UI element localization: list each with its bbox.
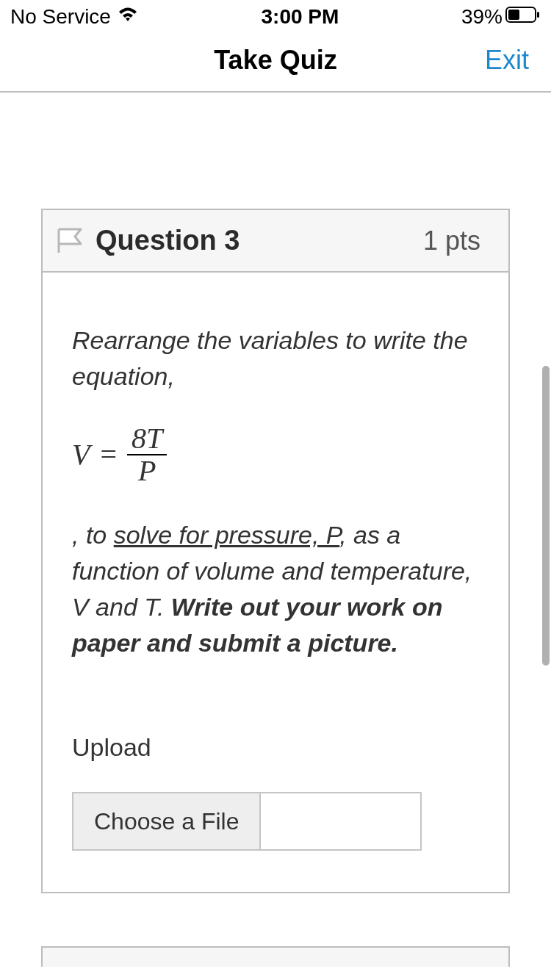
svg-rect-1 bbox=[508, 10, 519, 20]
scrollbar-thumb[interactable] bbox=[542, 366, 550, 666]
question-header-left: Question 3 bbox=[56, 225, 240, 256]
svg-rect-2 bbox=[537, 12, 539, 18]
upload-label: Upload bbox=[72, 729, 479, 765]
equation-denominator: P bbox=[134, 455, 160, 486]
wifi-icon bbox=[117, 5, 139, 29]
battery-text: 39% bbox=[461, 5, 503, 29]
exit-button[interactable]: Exit bbox=[485, 45, 529, 76]
status-bar: No Service 3:00 PM 39% bbox=[0, 0, 551, 29]
battery-icon bbox=[505, 5, 541, 29]
status-right: 39% bbox=[461, 5, 541, 29]
prompt-after: , to solve for pressure, P, as a functio… bbox=[72, 517, 479, 662]
equation-numerator: 8T bbox=[127, 423, 167, 454]
question-header: Question 3 1 pts bbox=[43, 210, 508, 273]
nav-bar: Take Quiz Exit bbox=[0, 29, 551, 93]
page-title: Take Quiz bbox=[214, 45, 336, 76]
prompt-after-1: , to bbox=[72, 521, 114, 549]
equation-lhs: V bbox=[72, 433, 90, 476]
service-text: No Service bbox=[10, 5, 111, 29]
equation: V = 8T P bbox=[72, 423, 479, 486]
question-label: Question 3 bbox=[96, 225, 240, 256]
status-left: No Service bbox=[10, 5, 139, 29]
question-body: Rearrange the variables to write the equ… bbox=[43, 273, 508, 892]
prompt-before: Rearrange the variables to write the equ… bbox=[72, 323, 479, 395]
file-input-row: Choose a File bbox=[72, 792, 422, 851]
equation-equals: = bbox=[100, 433, 117, 476]
next-card-peek bbox=[41, 946, 510, 967]
equation-fraction: 8T P bbox=[127, 423, 167, 486]
time-text: 3:00 PM bbox=[262, 5, 339, 29]
question-card: Question 3 1 pts Rearrange the variables… bbox=[41, 209, 510, 893]
points-label: 1 pts bbox=[423, 226, 480, 256]
file-name-display bbox=[261, 793, 420, 849]
prompt-underlined: solve for pressure, P bbox=[114, 521, 339, 549]
flag-icon[interactable] bbox=[56, 228, 85, 254]
choose-file-button[interactable]: Choose a File bbox=[73, 793, 261, 849]
content-area[interactable]: Question 3 1 pts Rearrange the variables… bbox=[0, 209, 551, 967]
